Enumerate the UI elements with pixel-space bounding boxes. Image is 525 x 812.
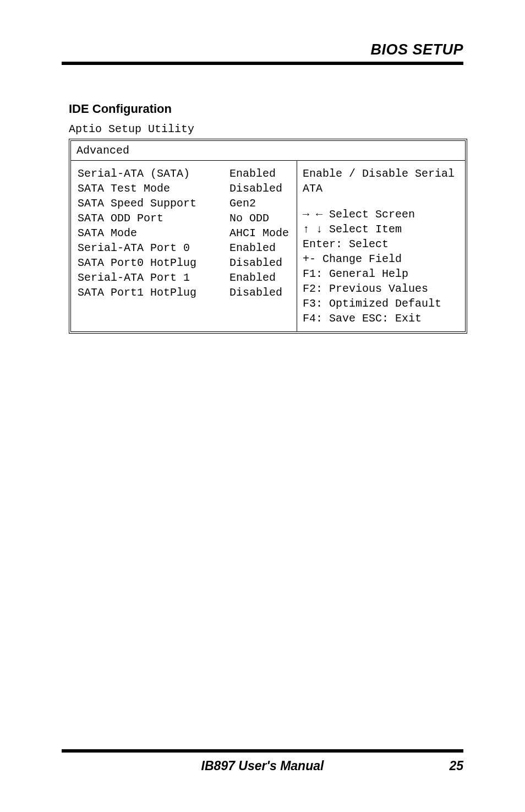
bios-item: SATA Speed Support Gen2: [78, 196, 290, 211]
bios-item: SATA ODD Port No ODD: [78, 211, 290, 226]
help-line: F1: General Help: [303, 266, 458, 281]
bios-right-panel: Enable / Disable Serial ATA → ← Select S…: [297, 161, 465, 331]
bios-item-label: Serial-ATA (SATA): [78, 167, 190, 180]
bios-box: Advanced Serial-ATA (SATA) Enabled SATA …: [69, 139, 467, 334]
footer-rule: [62, 749, 463, 753]
bios-item: SATA Mode AHCI Mode: [78, 226, 290, 241]
bios-item: Serial-ATA Port 0 Enabled: [78, 241, 290, 255]
help-line: F2: Previous Values: [303, 281, 458, 296]
bios-item-label: Serial-ATA Port 1: [78, 271, 190, 284]
bios-hint: Enable / Disable Serial ATA: [303, 166, 458, 196]
help-line: → ← Select Screen: [303, 207, 458, 222]
bios-item: SATA Port1 HotPlug Disabled: [78, 285, 290, 300]
bios-item-label: Serial-ATA Port 0: [78, 242, 190, 254]
footer-page-number: 25: [449, 759, 463, 773]
bios-item-label: SATA Port1 HotPlug: [78, 286, 196, 299]
bios-item-label: SATA Mode: [78, 227, 137, 239]
spacer: [303, 196, 458, 207]
header-rule: [62, 62, 463, 65]
help-line: ↑ ↓ Select Item: [303, 222, 458, 237]
page: BIOS SETUP IDE Configuration Aptio Setup…: [0, 0, 525, 812]
bios-left-panel: Serial-ATA (SATA) Enabled SATA Test Mode…: [71, 161, 297, 331]
bios-item-label: SATA Port0 HotPlug: [78, 257, 196, 269]
page-header-title: BIOS SETUP: [370, 41, 463, 58]
bios-setup-name: Aptio Setup Utility: [69, 123, 467, 135]
bios-item-value: Enabled: [229, 271, 276, 284]
bios-item: SATA Port0 HotPlug Disabled: [78, 255, 290, 270]
help-line: F4: Save ESC: Exit: [303, 311, 458, 326]
bios-item: SATA Test Mode Disabled: [78, 181, 290, 196]
help-line: Enter: Select: [303, 237, 458, 252]
bios-item: Serial-ATA (SATA) Enabled: [78, 166, 290, 181]
footer-manual-title: IB897 User's Manual: [0, 759, 525, 773]
section-title: IDE Configuration: [69, 102, 467, 116]
bios-item-value: Disabled: [229, 257, 282, 269]
bios-item-value: Enabled: [229, 167, 276, 180]
bios-item: Serial-ATA Port 1 Enabled: [78, 270, 290, 285]
bios-item-value: Disabled: [229, 286, 282, 299]
bios-tab-advanced: Advanced: [76, 144, 129, 157]
bios-item-label: SATA Speed Support: [78, 197, 196, 210]
bios-item-value: AHCI Mode: [229, 227, 289, 239]
bios-item-value: Enabled: [229, 242, 276, 254]
help-line: F3: Optimized Default: [303, 296, 458, 311]
bios-item-label: SATA ODD Port: [78, 212, 163, 225]
bios-tab-bar: Advanced: [71, 141, 465, 161]
bios-body: Serial-ATA (SATA) Enabled SATA Test Mode…: [71, 161, 465, 331]
bios-item-value: No ODD: [229, 212, 269, 225]
bios-item-value: Disabled: [229, 182, 282, 195]
bios-item-label: SATA Test Mode: [78, 182, 170, 195]
help-line: +- Change Field: [303, 252, 458, 266]
bios-item-value: Gen2: [229, 197, 256, 210]
